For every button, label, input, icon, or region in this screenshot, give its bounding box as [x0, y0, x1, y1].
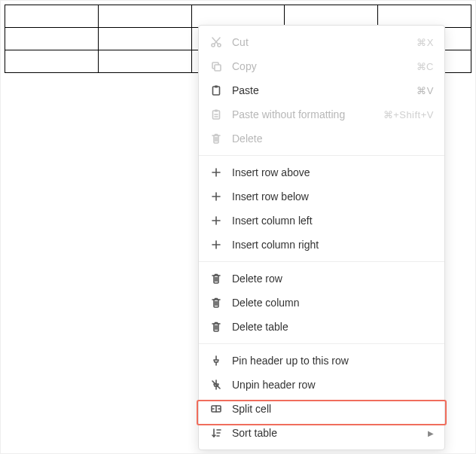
copy-icon	[209, 59, 223, 73]
table-cell[interactable]	[98, 28, 191, 50]
plus-icon	[209, 214, 223, 227]
menu-item-label: Insert column left	[232, 215, 434, 227]
menu-item-label: Paste without formatting	[232, 108, 383, 120]
table-cell[interactable]	[5, 5, 99, 28]
trash-icon	[209, 272, 223, 285]
table-cell[interactable]	[5, 28, 99, 50]
svg-rect-9	[215, 110, 218, 112]
plus-icon	[209, 166, 223, 179]
table-cell[interactable]	[378, 5, 471, 28]
menu-item-delete: Delete	[199, 126, 444, 151]
menu-item-label: Insert row below	[232, 190, 434, 203]
menu-item-label: Unpin header row	[232, 379, 434, 391]
menu-item-sort-table[interactable]: Sort table▶	[199, 421, 444, 445]
paste-icon	[209, 84, 223, 97]
table-cell[interactable]	[98, 50, 191, 73]
svg-rect-5	[215, 65, 221, 71]
menu-item-pin-header[interactable]: Pin header up to this row	[199, 349, 444, 373]
menu-item-label: Paste	[232, 84, 416, 96]
menu-item-label: Insert column right	[232, 239, 434, 251]
trash-icon	[209, 132, 223, 145]
table-cell[interactable]	[191, 5, 285, 28]
menu-item-label: Cut	[232, 36, 416, 48]
menu-separator	[199, 261, 444, 262]
table-cell[interactable]	[98, 5, 191, 28]
menu-item-paste[interactable]: Paste⌘V	[199, 78, 444, 102]
split-icon	[209, 402, 223, 416]
plus-icon	[209, 190, 223, 203]
menu-item-insert-row-above[interactable]: Insert row above	[199, 160, 444, 184]
menu-item-cut: Cut⌘X	[199, 30, 444, 54]
chevron-right-icon: ▶	[428, 429, 434, 437]
context-menu: Cut⌘XCopy⌘CPaste⌘VPaste without formatti…	[198, 25, 445, 450]
sort-icon	[209, 426, 223, 440]
menu-item-label: Copy	[232, 60, 416, 72]
paste-plain-icon	[209, 108, 223, 121]
trash-icon	[209, 296, 223, 309]
menu-item-shortcut: ⌘+Shift+V	[383, 109, 434, 120]
menu-item-label: Delete row	[232, 273, 434, 285]
svg-rect-7	[215, 86, 218, 88]
menu-item-label: Delete	[232, 133, 434, 145]
menu-item-insert-column-left[interactable]: Insert column left	[199, 209, 444, 233]
menu-item-unpin-header[interactable]: Unpin header row	[199, 373, 444, 397]
unpin-icon	[209, 378, 223, 392]
table-cell[interactable]	[285, 5, 378, 28]
menu-item-copy: Copy⌘C	[199, 54, 444, 78]
menu-item-label: Split cell	[232, 403, 434, 415]
cut-icon	[209, 35, 223, 49]
menu-item-label: Delete table	[232, 321, 434, 333]
menu-item-insert-column-right[interactable]: Insert column right	[199, 233, 444, 257]
menu-item-label: Sort table	[232, 427, 422, 439]
menu-item-shortcut: ⌘V	[416, 85, 434, 96]
menu-item-insert-row-below[interactable]: Insert row below	[199, 184, 444, 209]
menu-item-delete-table[interactable]: Delete table	[199, 315, 444, 339]
plus-icon	[209, 238, 223, 251]
table-cell[interactable]	[5, 50, 99, 73]
trash-icon	[209, 320, 223, 334]
menu-separator	[199, 155, 444, 156]
menu-item-split-cell[interactable]: Split cell	[199, 397, 444, 421]
menu-item-label: Insert row above	[232, 166, 434, 178]
menu-item-delete-column[interactable]: Delete column	[199, 291, 444, 315]
menu-item-shortcut: ⌘C	[416, 61, 434, 72]
menu-item-label: Pin header up to this row	[232, 355, 434, 367]
pin-icon	[209, 354, 223, 367]
menu-item-delete-row[interactable]: Delete row	[199, 267, 444, 291]
menu-item-label: Delete column	[232, 297, 434, 309]
menu-separator	[199, 343, 444, 344]
menu-item-paste-nofmt: Paste without formatting⌘+Shift+V	[199, 102, 444, 126]
menu-item-shortcut: ⌘X	[416, 37, 434, 48]
svg-rect-6	[213, 87, 220, 95]
